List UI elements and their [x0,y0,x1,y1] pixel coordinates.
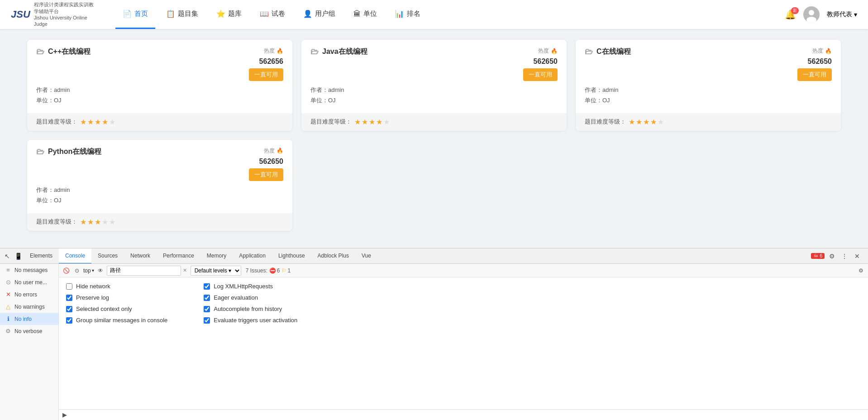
nav-label: 排名 [407,10,420,18]
nav-icon: 📋 [166,10,175,18]
console-filter-input[interactable] [107,266,181,276]
heat-value: 562650 [534,57,558,66]
devtools-settings-button[interactable]: ⚙ [826,251,837,262]
devtools-error-badge[interactable]: ⛔ 6 [811,253,825,259]
devtools-more-button[interactable]: ⋮ [839,251,850,262]
prompt-arrow-icon[interactable]: ▶ [62,411,67,418]
nav-item-用户组[interactable]: 👤用户组 [296,0,343,29]
available-button[interactable]: 一直可用 [249,168,283,181]
sidebar-filter-warn[interactable]: △No warnings [0,301,58,313]
devtools-tab-console[interactable]: Console [59,248,91,264]
log-level-select[interactable]: Default levels ▾ [191,266,241,276]
warn-badge: ⚐ 1 [281,267,291,274]
star: ★ [95,118,101,126]
filter-input-wrapper: ✕ [107,266,189,276]
option-checkbox[interactable] [204,306,210,312]
user-avatar[interactable] [803,6,820,23]
card-heat: 热度 🔥 562650 一直可用 [523,47,558,81]
card-title-text: Python在线编程 [48,147,101,157]
devtools-panel: ↖ 📱 ElementsConsoleSourcesNetworkPerform… [0,248,868,420]
nav-label: 用户组 [315,10,335,18]
star: ★ [354,118,361,126]
devtools-tab-network[interactable]: Network [124,248,157,264]
card-header: 🗁 C在线编程 热度 🔥 562650 一直可用 [585,47,832,81]
sidebar-filter-error[interactable]: ✕No errors [0,288,58,301]
devtools-tab-application[interactable]: Application [233,248,272,264]
options-col-col1: Hide networkPreserve logSelected context… [66,283,167,404]
devtools-tab-vue[interactable]: Vue [355,248,377,264]
nav-icon: 🏛 [353,10,361,18]
card-header: 🗁 Python在线编程 热度 🔥 562650 一直可用 [36,147,283,181]
available-button[interactable]: 一直可用 [797,68,832,81]
available-button[interactable]: 一直可用 [249,68,283,81]
option-item: Preserve log [66,294,167,301]
heat-label: 热度 🔥 [538,47,558,55]
devtools-tab-sources[interactable]: Sources [91,248,124,264]
option-checkbox[interactable] [204,283,210,290]
card-top: 🗁 Python在线编程 热度 🔥 562650 一直可用 作者：admin 单… [27,140,292,213]
devtools-responsive-icon[interactable]: 📱 [13,251,24,262]
star: ★ [80,118,86,126]
nav-item-首页[interactable]: 📄首页 [115,0,155,29]
nav-item-单位[interactable]: 🏛单位 [346,0,384,29]
devtools-tab-elements[interactable]: Elements [24,248,59,264]
stars-row: ★★★★★ [80,218,115,226]
issues-badge-row[interactable]: 7 Issues: ⛔ 6 ⚐ 1 [246,267,291,274]
nav-item-排名[interactable]: 📊排名 [388,0,428,29]
context-selector[interactable]: top ▾ [83,267,94,274]
author-value: admin [54,186,70,193]
sidebar-filter-user[interactable]: ⊙No user me... [0,276,58,288]
option-item: Hide network [66,283,167,290]
star: ★ [383,118,390,126]
user-menu[interactable]: 教师代表 ▾ [827,10,857,19]
devtools-tabs: ↖ 📱 ElementsConsoleSourcesNetworkPerform… [0,248,868,264]
devtools-tab-memory[interactable]: Memory [200,248,233,264]
sidebar-filter-icon-verbose: ⚙ [5,328,12,334]
devtools-tab-lighthouse[interactable]: Lighthouse [272,248,311,264]
available-button[interactable]: 一直可用 [523,68,558,81]
console-options-area: Hide networkPreserve logSelected context… [59,277,868,409]
option-checkbox[interactable] [66,283,72,290]
devtools-body: ≡No messages⊙No user me...✕No errors△No … [0,264,868,420]
option-checkbox[interactable] [66,317,72,324]
card-heat: 热度 🔥 562650 一直可用 [249,147,283,181]
star: ★ [658,118,664,126]
sidebar-filter-msg[interactable]: ≡No messages [0,264,58,276]
option-checkbox[interactable] [66,306,72,312]
author-info: 作者：admin [36,185,283,195]
heat-label: 热度 🔥 [264,147,283,155]
heat-icon: 🔥 [277,148,283,154]
console-subtoolbar: 🚫 ⊙ top ▾ 👁 ✕ Default levels ▾ 7 Issues: [59,264,868,277]
nav-item-题库[interactable]: ⭐题库 [209,0,249,29]
block-icon-button[interactable]: ⊙ [72,266,81,275]
star: ★ [80,218,86,226]
devtools-tab-adblock-plus[interactable]: Adblock Plus [311,248,355,264]
nav-item-试卷[interactable]: 📖试卷 [253,0,292,29]
nav-item-题目集[interactable]: 📋题目集 [159,0,205,29]
option-checkbox[interactable] [204,317,210,324]
devtools-inspect-icon[interactable]: ↖ [2,251,13,262]
option-label: Eager evaluation [214,294,258,301]
filter-clear-icon[interactable]: ✕ [181,267,189,273]
option-checkbox[interactable] [66,295,72,301]
notification-bell[interactable]: 🔔 新 [785,9,796,20]
devtools-close-button[interactable]: ✕ [852,251,863,262]
difficulty-label: 题目难度等级： [36,218,77,226]
clear-console-button[interactable]: 🚫 [62,266,71,275]
nav-icon: ⭐ [216,10,225,18]
sidebar-filter-verbose[interactable]: ⚙No verbose [0,325,58,337]
eye-icon-button[interactable]: 👁 [96,266,105,275]
nav-label: 单位 [363,10,377,18]
sidebar-filter-info[interactable]: ℹNo info [0,313,58,325]
heat-label: 热度 🔥 [264,47,283,55]
option-checkbox[interactable] [204,295,210,301]
problem-set-card: 🗁 C++在线编程 热度 🔥 562656 一直可用 作者：admin 单位：O… [27,40,292,131]
sidebar-filter-icon-info: ℹ [5,315,12,322]
author-value: admin [328,86,344,93]
card-footer: 题目难度等级： ★★★★★ [576,113,841,131]
devtools-tab-performance[interactable]: Performance [157,248,200,264]
card-title-text: C在线编程 [596,47,631,57]
console-settings-icon[interactable]: ⚙ [856,266,865,275]
option-label: Hide network [76,283,110,290]
option-label: Preserve log [76,294,109,301]
